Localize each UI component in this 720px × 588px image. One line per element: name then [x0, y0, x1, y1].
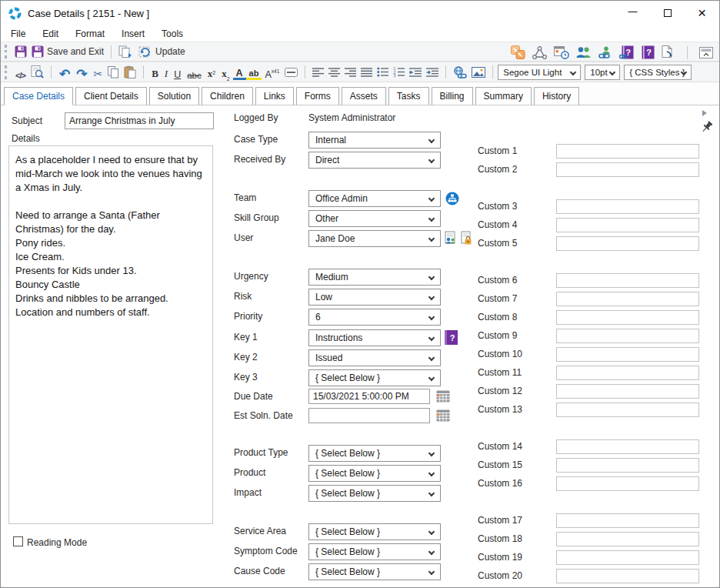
custom-15-input[interactable]	[556, 458, 699, 473]
team-structure-icon[interactable]	[445, 192, 459, 205]
linked-article-icon[interactable]: ?	[619, 45, 635, 60]
menu-format[interactable]: Format	[75, 28, 105, 39]
align-right-button[interactable]	[342, 64, 358, 81]
calendar-icon[interactable]	[436, 389, 450, 403]
custom-17-input[interactable]	[556, 513, 699, 528]
custom-11-input[interactable]	[556, 366, 699, 380]
custom-4-input[interactable]	[556, 218, 699, 232]
toolbar-grip[interactable]	[5, 65, 8, 79]
copy-button[interactable]	[105, 64, 122, 81]
paste-button[interactable]	[122, 64, 138, 81]
save-button[interactable]	[12, 43, 29, 60]
custom-10-input[interactable]	[556, 347, 699, 362]
schedule-icon[interactable]	[554, 45, 569, 59]
menu-insert[interactable]: Insert	[122, 28, 145, 39]
service-area-select[interactable]: { Select Below }	[308, 523, 441, 540]
custom-19-input[interactable]	[556, 550, 699, 565]
menu-edit[interactable]: Edit	[42, 28, 58, 39]
font-color-button[interactable]: A	[233, 65, 246, 80]
tab-case-details[interactable]: Case Details	[4, 87, 73, 105]
custom-6-input[interactable]	[556, 273, 699, 288]
custom-13-input[interactable]	[556, 403, 699, 417]
user-lock-icon[interactable]	[461, 231, 473, 246]
strikethrough-button[interactable]: abc	[184, 65, 205, 80]
tab-links[interactable]: Links	[255, 87, 294, 105]
bullet-list-button[interactable]	[375, 64, 391, 81]
tab-solution[interactable]: Solution	[149, 87, 199, 105]
user-assignments-icon[interactable]	[445, 231, 458, 246]
align-left-button[interactable]	[310, 64, 326, 81]
save-and-exit-button[interactable]: Save and Exit	[29, 43, 106, 60]
cut-button[interactable]: ✂	[90, 65, 105, 80]
workflow-icon[interactable]	[532, 46, 547, 59]
numbered-list-button[interactable]: 123	[391, 64, 407, 81]
copy-case-button[interactable]	[116, 43, 135, 60]
tab-forms[interactable]: Forms	[296, 87, 339, 105]
risk-select[interactable]: Low	[308, 289, 441, 306]
insert-character-button[interactable]: Ax41	[262, 65, 282, 80]
custom-8-input[interactable]	[556, 310, 699, 325]
custom-16-input[interactable]	[556, 476, 699, 491]
received-by-select[interactable]: Direct	[308, 152, 441, 169]
priority-select[interactable]: 6	[308, 309, 441, 326]
tab-summary[interactable]: Summary	[475, 87, 532, 105]
custom-5-input[interactable]	[556, 236, 699, 251]
tab-children[interactable]: Children	[202, 87, 253, 105]
bold-button[interactable]: B	[148, 65, 162, 80]
impact-select[interactable]: { Select Below }	[308, 485, 441, 502]
export-document-icon[interactable]	[662, 45, 675, 59]
case-type-select[interactable]: Internal	[308, 132, 441, 149]
due-date-input[interactable]	[308, 389, 430, 404]
custom-18-input[interactable]	[556, 532, 699, 546]
custom-9-input[interactable]	[556, 329, 699, 343]
underline-button[interactable]: U	[171, 65, 184, 80]
preview-button[interactable]	[28, 64, 46, 81]
custom-14-input[interactable]	[556, 439, 699, 454]
skill-group-select[interactable]: Other	[308, 210, 441, 227]
update-button[interactable]: Update	[135, 43, 188, 60]
key1-select[interactable]: Instructions	[308, 329, 441, 346]
undo-button[interactable]: ↶	[56, 65, 73, 80]
tab-history[interactable]: History	[534, 87, 579, 105]
subject-input[interactable]	[65, 112, 214, 129]
user-select[interactable]: Jane Doe	[308, 230, 441, 247]
key2-select[interactable]: Issued	[308, 349, 441, 366]
product-type-select[interactable]: { Select Below }	[308, 445, 441, 462]
font-name-select[interactable]: Segoe UI Light	[498, 65, 581, 80]
custom-7-input[interactable]	[556, 292, 699, 306]
maximize-button[interactable]	[650, 1, 685, 25]
toolbar-grip[interactable]	[5, 45, 8, 58]
tab-assets[interactable]: Assets	[342, 87, 386, 105]
css-styles-select[interactable]: { CSS Styles }	[624, 65, 692, 80]
subscript-button[interactable]: x2	[218, 65, 232, 80]
minimize-button[interactable]: —	[615, 1, 650, 25]
tab-client-details[interactable]: Client Details	[75, 87, 147, 105]
cause-code-select[interactable]: { Select Below }	[308, 563, 441, 580]
menu-tools[interactable]: Tools	[162, 28, 183, 39]
link-user-icon[interactable]	[598, 46, 612, 58]
insert-image-button[interactable]	[469, 64, 488, 81]
collapse-toolbar-icon[interactable]	[699, 47, 713, 58]
contacts-icon[interactable]	[576, 46, 592, 58]
reading-mode-checkbox[interactable]	[13, 536, 23, 546]
html-source-button[interactable]: </>	[12, 65, 28, 80]
custom-1-input[interactable]	[556, 144, 699, 159]
team-select[interactable]: Office Admin	[308, 190, 441, 207]
custom-12-input[interactable]	[556, 384, 699, 399]
redo-button[interactable]: ↷	[73, 65, 90, 80]
align-center-button[interactable]	[326, 64, 342, 81]
symptom-code-select[interactable]: { Select Below }	[308, 543, 441, 560]
details-textarea[interactable]: As a placeholder I need to ensure that b…	[8, 145, 213, 524]
font-size-select[interactable]: 10pt	[585, 65, 620, 80]
indent-button[interactable]	[424, 64, 441, 81]
expand-panel-icon[interactable]	[702, 110, 707, 116]
italic-button[interactable]: I	[162, 65, 171, 80]
custom-20-input[interactable]	[556, 569, 699, 583]
calendar-icon[interactable]	[436, 409, 450, 422]
est-soln-date-input[interactable]	[308, 408, 430, 423]
custom-2-input[interactable]	[556, 162, 699, 177]
pin-icon[interactable]	[701, 121, 713, 134]
outdent-button[interactable]	[407, 64, 424, 81]
justify-button[interactable]	[358, 64, 375, 81]
horizontal-rule-button[interactable]	[282, 64, 300, 81]
